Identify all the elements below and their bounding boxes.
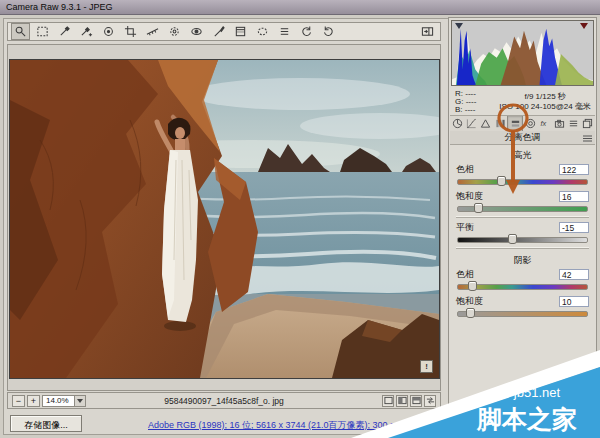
- slider-group: 高光色相122饱和度16: [456, 149, 589, 212]
- split-toning-body: 高光色相122饱和度16平衡-15阴影色相42饱和度10: [450, 145, 595, 409]
- highlights-saturation-slider[interactable]: [457, 206, 588, 212]
- tab-effects[interactable]: fx: [538, 116, 552, 131]
- preferences-button[interactable]: [275, 23, 294, 40]
- zoom-dropdown-arrow[interactable]: [74, 396, 85, 406]
- svg-text:fx: fx: [541, 119, 547, 128]
- rotate-cw-button[interactable]: [319, 23, 338, 40]
- zoom-level-select[interactable]: 14.0%: [42, 395, 86, 407]
- highlight-clipping-warning-icon[interactable]: [579, 22, 589, 30]
- exif-iso-lens: ISO 100 24-105@24 毫米: [499, 102, 591, 112]
- before-after-top-bottom-button[interactable]: [410, 395, 422, 407]
- shadows-hue-slider[interactable]: [457, 284, 588, 290]
- photo-image: [10, 60, 439, 378]
- group-heading: 高光: [456, 149, 589, 162]
- tab-camera-calibration[interactable]: [552, 116, 566, 131]
- toolbar: [7, 22, 441, 41]
- before-after-left-right-button[interactable]: [396, 395, 408, 407]
- straighten-tool[interactable]: [143, 23, 162, 40]
- tab-snapshots[interactable]: [581, 116, 595, 131]
- highlights-hue-label: 色相: [456, 163, 474, 176]
- window-title: Camera Raw 9.3.1 - JPEG: [6, 2, 113, 12]
- color-sampler-tool[interactable]: [77, 23, 96, 40]
- graduated-filter-tool[interactable]: [231, 23, 250, 40]
- zoom-in-button[interactable]: +: [27, 395, 40, 407]
- window-titlebar[interactable]: Camera Raw 9.3.1 - JPEG: [0, 0, 600, 15]
- tab-detail[interactable]: [479, 116, 493, 131]
- toolbar-tools: [11, 23, 338, 40]
- highlights-hue-slider-thumb[interactable]: [497, 176, 506, 186]
- status-bar: − + 14.0% 9584490097_14f45a5c8f_o. jpg: [7, 392, 441, 409]
- panel-tabs: fx: [450, 115, 595, 132]
- white-balance-tool[interactable]: [55, 23, 74, 40]
- shadows-saturation-slider[interactable]: [457, 311, 588, 317]
- tab-hsl-grayscale[interactable]: [493, 116, 507, 131]
- tab-basic[interactable]: [450, 116, 464, 131]
- slider-group: 阴影色相42饱和度10: [456, 248, 589, 317]
- spot-removal-tool[interactable]: [165, 23, 184, 40]
- exclamation-icon: !: [420, 360, 433, 373]
- highlights-saturation-label: 饱和度: [456, 190, 483, 203]
- adjustment-brush-tool[interactable]: [209, 23, 228, 40]
- shadows-hue-value-input[interactable]: 42: [559, 269, 589, 280]
- preview-mode-button[interactable]: [382, 395, 394, 407]
- panel-menu-icon[interactable]: [583, 134, 593, 142]
- balance-slider-thumb[interactable]: [508, 234, 517, 244]
- preview-canvas: !: [7, 44, 441, 391]
- rgb-readout: R: ---- G: ---- B: ----: [455, 90, 476, 114]
- preview-toggle-buttons: [382, 395, 436, 407]
- zoom-level-value: 14.0%: [43, 396, 74, 406]
- group-heading: 阴影: [456, 254, 589, 267]
- shadow-clipping-warning-icon[interactable]: [454, 22, 464, 30]
- workflow-options-link[interactable]: Adobe RGB (1998); 16 位; 5616 x 3744 (21.…: [148, 419, 402, 432]
- rgb-b: B: ----: [455, 106, 476, 114]
- zoom-tool[interactable]: [11, 23, 30, 40]
- highlights-saturation-value-input[interactable]: 16: [559, 191, 589, 202]
- targeted-adjustment-tool[interactable]: [99, 23, 118, 40]
- zoom-out-button[interactable]: −: [12, 395, 25, 407]
- filename-label: 9584490097_14f45a5c8f_o. jpg: [164, 396, 284, 406]
- swap-before-after-button[interactable]: [424, 395, 436, 407]
- exif-readout: f/9 1/125 秒 ISO 100 24-105@24 毫米: [499, 92, 591, 112]
- highlights-hue-value-input[interactable]: 122: [559, 164, 589, 175]
- balance-value-input[interactable]: -15: [559, 222, 589, 233]
- balance-slider[interactable]: [457, 237, 588, 243]
- image-info: R: ---- G: ---- B: ---- f/9 1/125 秒 ISO …: [451, 89, 594, 114]
- shadows-hue-slider-thumb[interactable]: [468, 281, 477, 291]
- panel-title: 分离色调: [450, 131, 595, 145]
- shadows-hue-label: 色相: [456, 268, 474, 281]
- hand-tool[interactable]: [33, 23, 52, 40]
- tab-tone-curve[interactable]: [464, 116, 478, 131]
- toggle-fullscreen-icon[interactable]: [419, 24, 436, 39]
- highlights-saturation-slider-thumb[interactable]: [474, 203, 483, 213]
- save-image-button[interactable]: 存储图像...: [10, 415, 82, 432]
- rotate-ccw-button[interactable]: [297, 23, 316, 40]
- crop-tool[interactable]: [121, 23, 140, 40]
- tab-presets[interactable]: [566, 116, 580, 131]
- exif-exposure: f/9 1/125 秒: [499, 92, 591, 102]
- shadows-saturation-value-input[interactable]: 10: [559, 296, 589, 307]
- tab-split-toning[interactable]: [507, 116, 523, 131]
- adjustments-panel: R: ---- G: ---- B: ---- f/9 1/125 秒 ISO …: [448, 17, 597, 411]
- tab-lens-corrections[interactable]: [523, 116, 537, 131]
- radial-filter-tool[interactable]: [253, 23, 272, 40]
- highlights-hue-slider[interactable]: [457, 179, 588, 185]
- red-eye-removal-tool[interactable]: [187, 23, 206, 40]
- camera-raw-window: { "window": { "title": "Camera Raw 9.3.1…: [0, 0, 600, 438]
- shadows-saturation-slider-thumb[interactable]: [466, 308, 475, 318]
- slider-group: 平衡-15: [456, 217, 589, 243]
- photo-preview[interactable]: !: [9, 59, 440, 379]
- shadows-saturation-label: 饱和度: [456, 295, 483, 308]
- balance-label: 平衡: [456, 221, 474, 234]
- histogram[interactable]: [451, 20, 594, 86]
